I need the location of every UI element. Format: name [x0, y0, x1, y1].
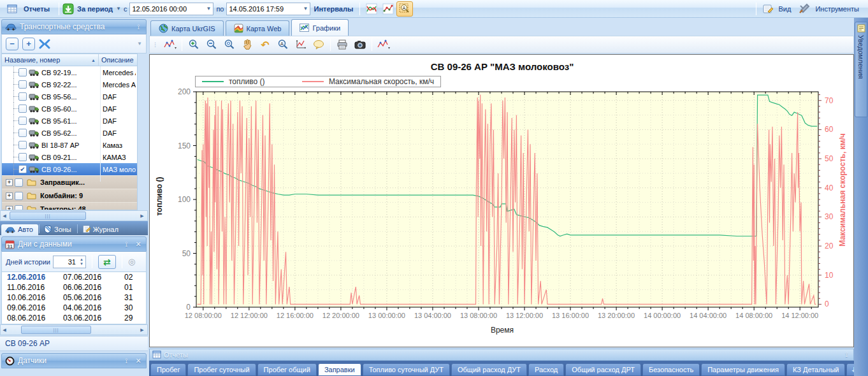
- sidebar-tab-avto[interactable]: Авто: [1, 224, 38, 235]
- filter-x-button[interactable]: [39, 39, 50, 49]
- vehicle-checkbox[interactable]: [18, 153, 27, 161]
- vehicles-horizontal-scrollbar[interactable]: ◀ ||| ▶: [0, 210, 148, 221]
- vehicles-columns-header[interactable]: Название, номер▲ Описание: [1, 54, 138, 66]
- zoom-in-button[interactable]: [185, 37, 202, 52]
- date-cell[interactable]: 07.06.2016: [63, 273, 124, 282]
- date-to-dropdown[interactable]: ▼: [303, 6, 308, 11]
- date-cell[interactable]: 01: [124, 283, 143, 292]
- expand-plus-icon[interactable]: +: [6, 179, 13, 186]
- vehicle-row[interactable]: ✔СВ 09-26...МАЗ молок: [2, 163, 137, 175]
- report-tab[interactable]: КЗ Детальный: [786, 363, 846, 376]
- pin-icon[interactable]: ⟟: [122, 240, 131, 249]
- date-cell[interactable]: 31: [124, 293, 143, 302]
- report-tab[interactable]: Параметры движения: [701, 363, 785, 376]
- series-style-button[interactable]: [162, 37, 178, 52]
- snapshot-button[interactable]: [352, 37, 368, 52]
- zoom-out-button[interactable]: [203, 37, 220, 52]
- scrollbar-thumb[interactable]: |||: [21, 326, 91, 334]
- report-tab[interactable]: Расход: [528, 363, 564, 376]
- expand-plus-icon[interactable]: +: [6, 192, 13, 199]
- print-button[interactable]: [334, 37, 351, 52]
- report-tab[interactable]: Общий расход ДРТ: [565, 363, 641, 376]
- report-tab[interactable]: Безопасность: [642, 363, 700, 376]
- zoom-reset-button[interactable]: [221, 37, 238, 52]
- date-from-dropdown[interactable]: ▼: [206, 6, 211, 11]
- vehicle-row[interactable]: СВ 95-61...DAF: [2, 115, 137, 127]
- toolbar-grip[interactable]: ⋮: [152, 41, 158, 48]
- scroll-left-arrow[interactable]: ◀: [1, 213, 8, 219]
- date-row[interactable]: 09.06.201604.06.201630: [2, 303, 146, 313]
- sidebar-tab-zhurnal[interactable]: Журнал: [78, 224, 124, 235]
- scrollbar-thumb[interactable]: |||: [10, 212, 86, 220]
- group-checkbox[interactable]: [15, 192, 23, 200]
- stepper-up-arrow[interactable]: ▲: [78, 257, 85, 262]
- chart-type-button[interactable]: [375, 37, 392, 52]
- main-tab-grafiki[interactable]: Графики: [291, 19, 349, 36]
- date-cell[interactable]: 10.06.2016: [2, 293, 63, 302]
- close-icon[interactable]: ✕: [134, 240, 143, 249]
- report-tab[interactable]: Пробег суточный: [187, 363, 256, 376]
- report-tab[interactable]: Заправки: [318, 363, 361, 376]
- notifications-tab[interactable]: Уведомления: [855, 22, 867, 117]
- markers-chart-button[interactable]: [380, 1, 396, 17]
- vehicle-group-row[interactable]: +Тракторы: 48: [2, 202, 137, 210]
- vehicle-checkbox[interactable]: [18, 129, 27, 137]
- reports-button[interactable]: Отчеты: [4, 2, 55, 16]
- scroll-right-arrow[interactable]: ▶: [138, 213, 146, 219]
- date-cell[interactable]: 02: [124, 273, 143, 282]
- column-desc-label[interactable]: Описание: [99, 54, 137, 66]
- history-days-stepper[interactable]: 31 ▲▼: [53, 256, 86, 268]
- date-row[interactable]: 10.06.201605.06.201631: [2, 293, 146, 303]
- pan-hand-button[interactable]: [239, 37, 256, 52]
- close-icon[interactable]: ✕: [134, 357, 143, 365]
- intervals-label[interactable]: Интервалы: [314, 5, 353, 13]
- date-cell[interactable]: 06.06.2016: [63, 283, 124, 292]
- collapse-minus-button[interactable]: −: [6, 38, 18, 50]
- period-dropdown-arrow[interactable]: ▼: [116, 6, 121, 11]
- group-checkbox[interactable]: [15, 205, 23, 211]
- date-cell[interactable]: 08.06.2016: [2, 314, 63, 322]
- date-from-input[interactable]: 12.05.2016 00:00 ▼: [129, 3, 213, 15]
- sidebar-tab-zony[interactable]: Зоны: [40, 224, 76, 235]
- main-tab-karta-web[interactable]: Карта Web: [226, 20, 290, 36]
- date-cell[interactable]: 09.06.2016: [2, 303, 63, 312]
- vehicle-row[interactable]: СВ 92-22...Mercdes Ac: [2, 78, 137, 90]
- date-cell[interactable]: 12.06.2016: [2, 273, 63, 282]
- export-download-icon[interactable]: [62, 3, 74, 15]
- vehicle-checkbox[interactable]: [18, 68, 27, 76]
- expand-plus-button[interactable]: +: [22, 38, 35, 50]
- reports-bottom-bar[interactable]: Отчеты ⟟: [149, 349, 854, 361]
- pin-icon[interactable]: ⟟: [122, 357, 131, 365]
- report-tab[interactable]: Общий расход ДУТ: [451, 363, 527, 376]
- chevron-down-icon[interactable]: ▼: [137, 41, 142, 47]
- chart-plot-area[interactable]: 12 08:00:0012 12:00:0012 16:00:0012 20:0…: [150, 55, 855, 348]
- scroll-right-arrow[interactable]: ▶: [138, 328, 146, 333]
- report-tab[interactable]: Пробег общий: [257, 363, 317, 376]
- vehicle-checkbox[interactable]: ✔: [18, 165, 27, 173]
- date-row[interactable]: 11.06.201606.06.201601: [2, 282, 146, 293]
- refresh-button[interactable]: ⇄: [98, 255, 116, 269]
- zoom-a-button[interactable]: A: [396, 1, 413, 17]
- report-tab[interactable]: Топливо суточный ДУТ: [363, 363, 450, 376]
- vehicle-row[interactable]: СВ 92-19...Mercedes A: [2, 66, 137, 78]
- vehicle-group-row[interactable]: +Комбайни: 9: [2, 189, 137, 202]
- vehicle-row[interactable]: СВ 95-62...DAF: [2, 127, 137, 139]
- vehicle-row[interactable]: СВ 95-56...DAF: [2, 90, 137, 103]
- date-row[interactable]: 12.06.201607.06.201602: [2, 272, 146, 282]
- scroll-left-arrow[interactable]: ◀: [1, 328, 8, 333]
- vehicle-row[interactable]: СВ 95-60...DAF: [2, 103, 137, 115]
- vehicle-checkbox[interactable]: [18, 141, 27, 149]
- date-cell[interactable]: 11.06.2016: [2, 283, 63, 292]
- view-button[interactable]: Вид: [760, 2, 797, 16]
- column-name-label[interactable]: Название, номер: [4, 56, 60, 64]
- report-tab[interactable]: Пробег: [150, 363, 186, 376]
- comment-bubble-button[interactable]: [310, 37, 327, 52]
- date-cell[interactable]: 04.06.2016: [63, 303, 124, 312]
- group-checkbox[interactable]: [15, 178, 23, 187]
- vehicle-row[interactable]: ВІ 18-87 АРКамаз: [2, 139, 137, 151]
- pin-icon[interactable]: ⟟: [134, 23, 143, 31]
- vehicle-checkbox[interactable]: [18, 92, 27, 101]
- vehicle-row[interactable]: СВ 09-21...КАМАЗ: [2, 151, 137, 163]
- date-to-input[interactable]: 14.05.2016 17:59 ▼: [226, 3, 310, 15]
- expand-plus-icon[interactable]: +: [6, 206, 13, 211]
